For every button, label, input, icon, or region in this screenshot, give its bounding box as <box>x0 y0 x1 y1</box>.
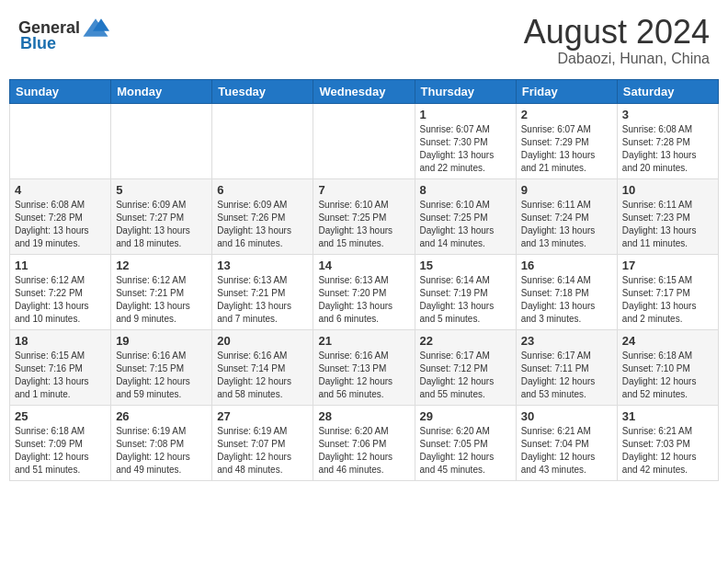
calendar-header-row: SundayMondayTuesdayWednesdayThursdayFrid… <box>10 79 719 103</box>
day-info: Sunrise: 6:13 AM Sunset: 7:21 PM Dayligh… <box>217 274 308 326</box>
calendar-cell: 5Sunrise: 6:09 AM Sunset: 7:27 PM Daylig… <box>111 178 212 254</box>
calendar-cell: 14Sunrise: 6:13 AM Sunset: 7:20 PM Dayli… <box>313 254 415 329</box>
day-info: Sunrise: 6:15 AM Sunset: 7:17 PM Dayligh… <box>622 274 713 326</box>
day-number: 2 <box>521 108 612 121</box>
calendar-cell: 29Sunrise: 6:20 AM Sunset: 7:05 PM Dayli… <box>415 405 516 480</box>
day-info: Sunrise: 6:21 AM Sunset: 7:03 PM Dayligh… <box>622 425 713 477</box>
day-info: Sunrise: 6:16 AM Sunset: 7:15 PM Dayligh… <box>116 350 207 401</box>
day-number: 31 <box>622 409 713 423</box>
day-number: 6 <box>217 183 308 197</box>
day-number: 18 <box>15 334 106 348</box>
day-info: Sunrise: 6:14 AM Sunset: 7:19 PM Dayligh… <box>420 274 511 326</box>
day-info: Sunrise: 6:17 AM Sunset: 7:12 PM Dayligh… <box>420 350 511 401</box>
calendar-table: SundayMondayTuesdayWednesdayThursdayFrid… <box>9 79 719 481</box>
day-info: Sunrise: 6:10 AM Sunset: 7:25 PM Dayligh… <box>318 199 409 250</box>
day-header-friday: Friday <box>516 79 617 103</box>
day-number: 16 <box>521 259 612 272</box>
calendar-cell <box>10 103 111 178</box>
day-info: Sunrise: 6:10 AM Sunset: 7:25 PM Dayligh… <box>420 199 511 250</box>
logo-blue: Blue <box>20 34 56 53</box>
day-number: 13 <box>217 259 308 272</box>
day-number: 27 <box>217 409 308 423</box>
day-number: 26 <box>116 409 207 423</box>
calendar-cell: 13Sunrise: 6:13 AM Sunset: 7:21 PM Dayli… <box>212 254 313 329</box>
day-info: Sunrise: 6:20 AM Sunset: 7:06 PM Dayligh… <box>318 425 409 477</box>
day-info: Sunrise: 6:19 AM Sunset: 7:08 PM Dayligh… <box>116 425 207 477</box>
day-header-tuesday: Tuesday <box>212 79 313 103</box>
day-number: 23 <box>521 334 612 348</box>
calendar-cell: 23Sunrise: 6:17 AM Sunset: 7:11 PM Dayli… <box>516 329 617 405</box>
calendar-week-5: 25Sunrise: 6:18 AM Sunset: 7:09 PM Dayli… <box>10 405 719 480</box>
day-number: 30 <box>521 409 612 423</box>
calendar-cell: 22Sunrise: 6:17 AM Sunset: 7:12 PM Dayli… <box>415 329 516 405</box>
calendar-cell: 31Sunrise: 6:21 AM Sunset: 7:03 PM Dayli… <box>617 405 718 480</box>
calendar-cell: 25Sunrise: 6:18 AM Sunset: 7:09 PM Dayli… <box>10 405 111 480</box>
day-info: Sunrise: 6:17 AM Sunset: 7:11 PM Dayligh… <box>521 350 612 401</box>
logo: General Blue <box>18 14 109 53</box>
calendar-cell: 26Sunrise: 6:19 AM Sunset: 7:08 PM Dayli… <box>111 405 212 480</box>
month-year-title: August 2024 <box>524 14 710 51</box>
day-number: 29 <box>420 409 511 423</box>
day-number: 1 <box>420 108 511 121</box>
calendar-cell: 24Sunrise: 6:18 AM Sunset: 7:10 PM Dayli… <box>617 329 718 405</box>
day-info: Sunrise: 6:12 AM Sunset: 7:22 PM Dayligh… <box>15 274 106 326</box>
calendar-cell: 3Sunrise: 6:08 AM Sunset: 7:28 PM Daylig… <box>617 103 718 178</box>
day-info: Sunrise: 6:11 AM Sunset: 7:24 PM Dayligh… <box>521 199 612 250</box>
calendar-cell: 19Sunrise: 6:16 AM Sunset: 7:15 PM Dayli… <box>111 329 212 405</box>
day-number: 21 <box>318 334 409 348</box>
day-number: 11 <box>15 259 106 272</box>
day-number: 25 <box>15 409 106 423</box>
day-info: Sunrise: 6:21 AM Sunset: 7:04 PM Dayligh… <box>521 425 612 477</box>
calendar-cell: 8Sunrise: 6:10 AM Sunset: 7:25 PM Daylig… <box>415 178 516 254</box>
calendar-cell: 16Sunrise: 6:14 AM Sunset: 7:18 PM Dayli… <box>516 254 617 329</box>
day-info: Sunrise: 6:18 AM Sunset: 7:09 PM Dayligh… <box>15 425 106 477</box>
day-info: Sunrise: 6:16 AM Sunset: 7:14 PM Dayligh… <box>217 350 308 401</box>
calendar-week-4: 18Sunrise: 6:15 AM Sunset: 7:16 PM Dayli… <box>10 329 719 405</box>
day-number: 9 <box>521 183 612 197</box>
day-number: 8 <box>420 183 511 197</box>
calendar-cell: 7Sunrise: 6:10 AM Sunset: 7:25 PM Daylig… <box>313 178 415 254</box>
location-subtitle: Dabaozi, Hunan, China <box>524 51 710 67</box>
day-number: 4 <box>15 183 106 197</box>
logo-icon <box>82 14 109 41</box>
calendar-cell: 20Sunrise: 6:16 AM Sunset: 7:14 PM Dayli… <box>212 329 313 405</box>
day-info: Sunrise: 6:08 AM Sunset: 7:28 PM Dayligh… <box>622 123 713 175</box>
day-number: 28 <box>318 409 409 423</box>
day-header-wednesday: Wednesday <box>313 79 415 103</box>
day-number: 7 <box>318 183 409 197</box>
calendar-cell: 17Sunrise: 6:15 AM Sunset: 7:17 PM Dayli… <box>617 254 718 329</box>
calendar-cell: 1Sunrise: 6:07 AM Sunset: 7:30 PM Daylig… <box>415 103 516 178</box>
day-info: Sunrise: 6:20 AM Sunset: 7:05 PM Dayligh… <box>420 425 511 477</box>
calendar-cell: 4Sunrise: 6:08 AM Sunset: 7:28 PM Daylig… <box>10 178 111 254</box>
day-header-sunday: Sunday <box>10 79 111 103</box>
calendar-cell <box>313 103 415 178</box>
day-number: 10 <box>622 183 713 197</box>
day-info: Sunrise: 6:08 AM Sunset: 7:28 PM Dayligh… <box>15 199 106 250</box>
calendar-cell: 21Sunrise: 6:16 AM Sunset: 7:13 PM Dayli… <box>313 329 415 405</box>
calendar-week-1: 1Sunrise: 6:07 AM Sunset: 7:30 PM Daylig… <box>10 103 719 178</box>
day-info: Sunrise: 6:09 AM Sunset: 7:26 PM Dayligh… <box>217 199 308 250</box>
day-info: Sunrise: 6:16 AM Sunset: 7:13 PM Dayligh… <box>318 350 409 401</box>
day-number: 12 <box>116 259 207 272</box>
day-number: 20 <box>217 334 308 348</box>
calendar-week-2: 4Sunrise: 6:08 AM Sunset: 7:28 PM Daylig… <box>10 178 719 254</box>
day-info: Sunrise: 6:18 AM Sunset: 7:10 PM Dayligh… <box>622 350 713 401</box>
page-header: General Blue August 2024 Dabaozi, Hunan,… <box>9 9 719 72</box>
calendar-cell <box>212 103 313 178</box>
calendar-cell: 15Sunrise: 6:14 AM Sunset: 7:19 PM Dayli… <box>415 254 516 329</box>
day-header-thursday: Thursday <box>415 79 516 103</box>
calendar-cell: 10Sunrise: 6:11 AM Sunset: 7:23 PM Dayli… <box>617 178 718 254</box>
calendar-cell: 30Sunrise: 6:21 AM Sunset: 7:04 PM Dayli… <box>516 405 617 480</box>
day-info: Sunrise: 6:19 AM Sunset: 7:07 PM Dayligh… <box>217 425 308 477</box>
calendar-cell: 18Sunrise: 6:15 AM Sunset: 7:16 PM Dayli… <box>10 329 111 405</box>
day-number: 3 <box>622 108 713 121</box>
calendar-week-3: 11Sunrise: 6:12 AM Sunset: 7:22 PM Dayli… <box>10 254 719 329</box>
calendar-cell: 28Sunrise: 6:20 AM Sunset: 7:06 PM Dayli… <box>313 405 415 480</box>
day-info: Sunrise: 6:13 AM Sunset: 7:20 PM Dayligh… <box>318 274 409 326</box>
calendar-cell: 6Sunrise: 6:09 AM Sunset: 7:26 PM Daylig… <box>212 178 313 254</box>
calendar-cell: 9Sunrise: 6:11 AM Sunset: 7:24 PM Daylig… <box>516 178 617 254</box>
day-info: Sunrise: 6:07 AM Sunset: 7:30 PM Dayligh… <box>420 123 511 175</box>
day-header-saturday: Saturday <box>617 79 718 103</box>
calendar-cell: 12Sunrise: 6:12 AM Sunset: 7:21 PM Dayli… <box>111 254 212 329</box>
day-info: Sunrise: 6:12 AM Sunset: 7:21 PM Dayligh… <box>116 274 207 326</box>
